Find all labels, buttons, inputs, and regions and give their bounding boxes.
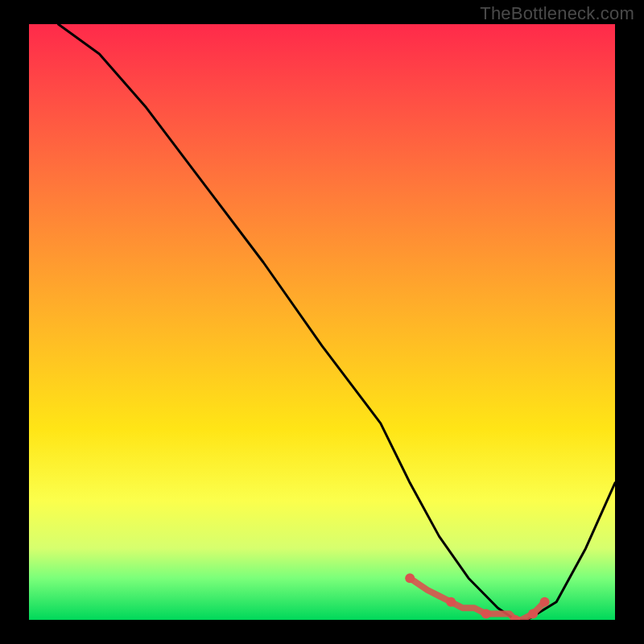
marker-dot: [528, 609, 538, 619]
marker-dot: [405, 573, 415, 583]
chart-svg: [29, 24, 615, 620]
watermark-text: TheBottleneck.com: [480, 3, 634, 24]
marker-dot: [446, 597, 456, 607]
chart-frame: TheBottleneck.com: [0, 0, 644, 644]
plot-area: [29, 24, 615, 620]
optimal-marker-path: [410, 578, 544, 620]
marker-dot: [481, 609, 491, 619]
bottleneck-curve: [58, 24, 615, 620]
marker-dot: [540, 597, 550, 607]
